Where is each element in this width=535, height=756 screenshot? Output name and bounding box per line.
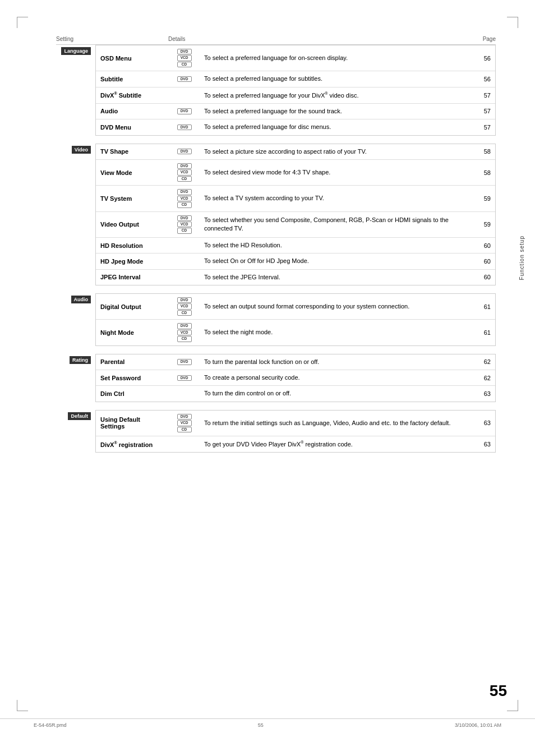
- table-3: Parental DVD To turn the parental lock f…: [96, 354, 495, 402]
- cell-page-1-4: 60: [478, 237, 495, 253]
- table-row: Video Output DVD VCD CD To select whethe…: [96, 211, 495, 237]
- table-row: DivX® registrationTo get your DVD Video …: [96, 436, 495, 453]
- cd-badge: CD: [177, 202, 192, 208]
- dvd-badge: DVD: [177, 375, 192, 381]
- cell-setting-1-1: View Mode: [96, 159, 169, 185]
- dvd-icon: DVD: [173, 125, 195, 130]
- cell-details-1-1: To select desired view mode for 4:3 TV s…: [200, 159, 478, 185]
- table-row: View Mode DVD VCD CD To select desired v…: [96, 159, 495, 185]
- page-wrapper: Function setup Setting Details Page Lang…: [0, 0, 535, 756]
- cell-page-4-1: 63: [478, 436, 495, 453]
- cell-page-1-2: 59: [478, 186, 495, 211]
- dvd-badge: DVD: [177, 189, 192, 195]
- table-4: Using Default Settings DVD VCD CD To ret…: [96, 411, 495, 452]
- section-table-3: Parental DVD To turn the parental lock f…: [95, 354, 496, 402]
- cell-setting-1-4: HD Resolution: [96, 237, 169, 253]
- cell-icons-0-1: DVD: [169, 71, 200, 87]
- cd-badge: CD: [177, 62, 192, 67]
- cell-setting-0-1: Subtitle: [96, 71, 169, 87]
- cell-details-1-6: To select the JPEG Interval.: [200, 269, 478, 285]
- section-table-4: Using Default Settings DVD VCD CD To ret…: [95, 410, 496, 453]
- cell-icons-1-0: DVD: [169, 144, 200, 160]
- cell-setting-4-0: Using Default Settings: [96, 411, 169, 436]
- table-row: DVD Menu DVD To select a preferred langu…: [96, 119, 495, 135]
- cell-icons-0-3: DVD: [169, 103, 200, 119]
- table-row: Subtitle DVD To select a preferred langu…: [96, 71, 495, 87]
- section-label-col-2: Audio: [56, 293, 95, 346]
- cell-details-1-0: To select a picture size according to as…: [200, 144, 478, 160]
- table-row: TV System DVD VCD CD To select a TV syst…: [96, 186, 495, 211]
- footer-right: 3/10/2006, 10:01 AM: [455, 722, 501, 728]
- cell-icons-0-0: DVD VCD CD: [169, 45, 200, 71]
- cell-icons-3-0: DVD: [169, 354, 200, 370]
- cell-page-0-0: 56: [478, 45, 495, 71]
- table-row: Set Password DVD To create a personal se…: [96, 370, 495, 386]
- cell-setting-1-2: TV System: [96, 186, 169, 211]
- section-label-default: Default: [68, 412, 91, 420]
- table-row: Using Default Settings DVD VCD CD To ret…: [96, 411, 495, 436]
- section-rating: RatingParental DVD To turn the parental …: [56, 354, 496, 402]
- table-row: HD ResolutionTo select the HD Resolution…: [96, 237, 495, 253]
- dvd-badge: DVD: [177, 414, 192, 420]
- table-row: JPEG IntervalTo select the JPEG Interval…: [96, 269, 495, 285]
- page-number: 55: [490, 682, 507, 700]
- section-label-col-4: Default: [56, 410, 95, 453]
- dvd-badge: DVD: [177, 49, 192, 54]
- corner-tr: [507, 17, 518, 28]
- table-row: Digital Output DVD VCD CD To select an o…: [96, 294, 495, 320]
- cell-setting-3-0: Parental: [96, 354, 169, 370]
- cell-details-3-1: To create a personal security code.: [200, 370, 478, 386]
- table-row: Night Mode DVD VCD CD To select the nigh…: [96, 320, 495, 345]
- vcd-badge: VCD: [177, 55, 192, 61]
- cell-details-0-2: To select a preferred language for your …: [200, 87, 478, 103]
- cell-icons-2-1: DVD VCD CD: [169, 320, 200, 345]
- section-table-2: Digital Output DVD VCD CD To select an o…: [95, 293, 496, 346]
- section-label-rating: Rating: [70, 356, 91, 364]
- cell-page-3-2: 63: [478, 386, 495, 402]
- header-page-label: Page: [473, 36, 496, 42]
- cell-page-2-1: 61: [478, 320, 495, 345]
- table-1: TV Shape DVD To select a picture size ac…: [96, 144, 495, 285]
- cell-details-3-0: To turn the parental lock function on or…: [200, 354, 478, 370]
- footer-center: 55: [258, 722, 264, 728]
- cell-page-3-0: 62: [478, 354, 495, 370]
- section-label-audio: Audio: [71, 296, 91, 303]
- dvd-badge: DVD: [177, 108, 192, 114]
- table-0: OSD Menu DVD VCD CD To select a preferre…: [96, 45, 495, 135]
- dvd-vcd-cd-icon: DVD VCD CD: [173, 163, 195, 182]
- cd-badge: CD: [177, 336, 192, 342]
- cell-icons-1-3: DVD VCD CD: [169, 211, 200, 237]
- cell-icons-0-2: [169, 87, 200, 103]
- cell-setting-1-5: HD Jpeg Mode: [96, 253, 169, 269]
- cell-details-1-5: To select On or Off for HD Jpeg Mode.: [200, 253, 478, 269]
- cell-icons-0-4: DVD: [169, 119, 200, 135]
- cell-setting-0-4: DVD Menu: [96, 119, 169, 135]
- dvd-icon: DVD: [173, 375, 195, 381]
- section-label-col-1: Video: [56, 144, 95, 286]
- cell-page-0-4: 57: [478, 119, 495, 135]
- vcd-badge: VCD: [177, 196, 192, 201]
- cell-icons-1-6: [169, 269, 200, 285]
- cell-setting-1-3: Video Output: [96, 211, 169, 237]
- dvd-vcd-cd-icon: DVD VCD CD: [173, 189, 195, 208]
- cell-page-0-1: 56: [478, 71, 495, 87]
- cell-details-0-4: To select a preferred language for disc …: [200, 119, 478, 135]
- cell-icons-1-1: DVD VCD CD: [169, 159, 200, 185]
- cell-page-4-0: 63: [478, 411, 495, 436]
- table-2: Digital Output DVD VCD CD To select an o…: [96, 294, 495, 345]
- cell-details-4-1: To get your DVD Video Player DivX® regis…: [200, 436, 478, 453]
- section-label-col-3: Rating: [56, 354, 95, 402]
- cell-setting-3-2: Dim Ctrl: [96, 386, 169, 402]
- dvd-badge: DVD: [177, 76, 192, 82]
- corner-tl: [17, 17, 28, 28]
- cell-page-1-3: 59: [478, 211, 495, 237]
- cell-setting-0-3: Audio: [96, 103, 169, 119]
- dvd-vcd-cd-icon: DVD VCD CD: [173, 297, 195, 316]
- cd-badge: CD: [177, 228, 192, 233]
- vcd-badge: VCD: [177, 420, 192, 426]
- cell-icons-1-2: DVD VCD CD: [169, 186, 200, 211]
- dvd-icon: DVD: [173, 76, 195, 82]
- cell-details-2-0: To select an output sound format corresp…: [200, 294, 478, 320]
- dvd-icon: DVD: [173, 149, 195, 154]
- cd-badge: CD: [177, 176, 192, 182]
